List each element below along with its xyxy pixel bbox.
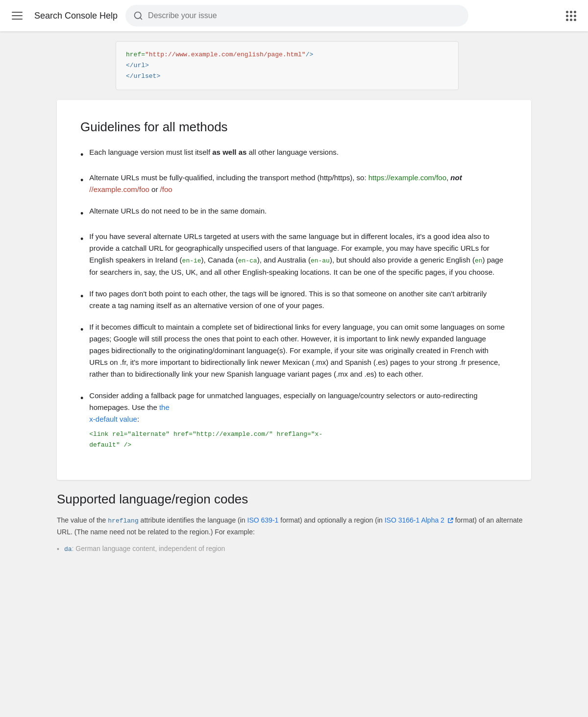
bullet-content-3: Alternate URLs do not need to be in the …: [89, 205, 508, 217]
code-attr-href: href=: [126, 51, 145, 58]
iso639-link[interactable]: ISO 639-1: [247, 516, 279, 524]
code-block-top: href="http://www.example.com/english/pag…: [116, 41, 459, 90]
bullet-dot: •: [80, 323, 83, 337]
bullet-dot: •: [80, 148, 83, 162]
svg-line-1: [140, 18, 142, 20]
bullet-content-7: Consider adding a fallback page for unma…: [89, 390, 508, 451]
code-line-2: </url>: [126, 60, 448, 71]
search-icon: [133, 11, 143, 21]
main-content: href="http://www.example.com/english/pag…: [49, 41, 539, 574]
bullet-content-2: Alternate URLs must be fully-qualified, …: [89, 172, 508, 195]
not-italic: not: [450, 173, 462, 182]
bullet-content-6: If it becomes difficult to maintain a co…: [89, 321, 508, 380]
example-url-red-2[interactable]: /foo: [160, 185, 172, 193]
locale-en-au: en-au: [311, 257, 330, 264]
bullet-dot: •: [80, 207, 83, 221]
example-url-red-1[interactable]: //example.com/foo: [89, 185, 149, 193]
bullet-content-5: If two pages don't both point to each ot…: [89, 288, 508, 311]
grid-dots-icon: [566, 11, 576, 21]
locale-da-code: da: [64, 546, 72, 553]
bold-text: as well as: [212, 148, 246, 156]
supported-section: Supported language/region codes The valu…: [57, 480, 531, 555]
code-line-3: </urlset>: [126, 71, 448, 82]
header: Search Console Help: [0, 0, 588, 31]
supported-description: The value of the hreflang attribute iden…: [57, 515, 531, 537]
x-default-link[interactable]: thex-default value: [89, 403, 169, 423]
list-item: • If you have several alternate URLs tar…: [80, 231, 508, 278]
list-item: • Alternate URLs must be fully-qualified…: [80, 172, 508, 195]
code-string-url: "http://www.example.com/english/page.htm…: [145, 51, 306, 58]
supported-title: Supported language/region codes: [57, 492, 531, 507]
external-link-icon: [447, 518, 453, 524]
locale-en: en: [475, 257, 483, 264]
supported-bullet-text: da: German language content, independent…: [64, 543, 225, 555]
bullet-content-1: Each language version must list itself a…: [89, 146, 508, 158]
app-title: Search Console Help: [34, 11, 118, 21]
x-default-code-example: <link rel="alternate" href="http://examp…: [89, 429, 508, 451]
list-item: • If it becomes difficult to maintain a …: [80, 321, 508, 380]
guidelines-title: Guidelines for all methods: [80, 120, 508, 135]
code-line-1: href="http://www.example.com/english/pag…: [126, 49, 448, 60]
bullet-dot: •: [80, 289, 83, 304]
code-tag-urlset-close: </urlset>: [126, 72, 160, 80]
list-item: • Each language version must list itself…: [80, 146, 508, 162]
locale-en-ca: en-ca: [238, 257, 257, 264]
supported-bullet: • da: German language content, independe…: [57, 543, 531, 555]
search-input[interactable]: [148, 11, 461, 20]
bullet-dot: •: [80, 173, 83, 188]
menu-icon[interactable]: [8, 8, 26, 24]
bullet-content-4: If you have several alternate URLs targe…: [89, 231, 508, 278]
iso3166-link[interactable]: ISO 3166-1 Alpha 2: [385, 516, 455, 524]
list-item: • Consider adding a fallback page for un…: [80, 390, 508, 451]
apps-icon[interactable]: [562, 7, 580, 25]
code-tag-close-self: />: [306, 51, 314, 58]
bullet-dot: •: [80, 391, 83, 406]
bottom-bullet-dot: •: [57, 544, 59, 554]
locale-en-ie: en-ie: [182, 257, 201, 264]
guidelines-list: • Each language version must list itself…: [80, 146, 508, 451]
guidelines-card: Guidelines for all methods • Each langua…: [57, 100, 531, 480]
hreflang-code: hreflang: [108, 517, 138, 525]
bullet-dot: •: [80, 232, 83, 246]
example-url-green[interactable]: https://example.com/foo: [368, 173, 446, 182]
search-bar[interactable]: [125, 5, 468, 26]
code-tag-url-close: </url>: [126, 62, 149, 69]
list-item: • If two pages don't both point to each …: [80, 288, 508, 311]
list-item: • Alternate URLs do not need to be in th…: [80, 205, 508, 221]
